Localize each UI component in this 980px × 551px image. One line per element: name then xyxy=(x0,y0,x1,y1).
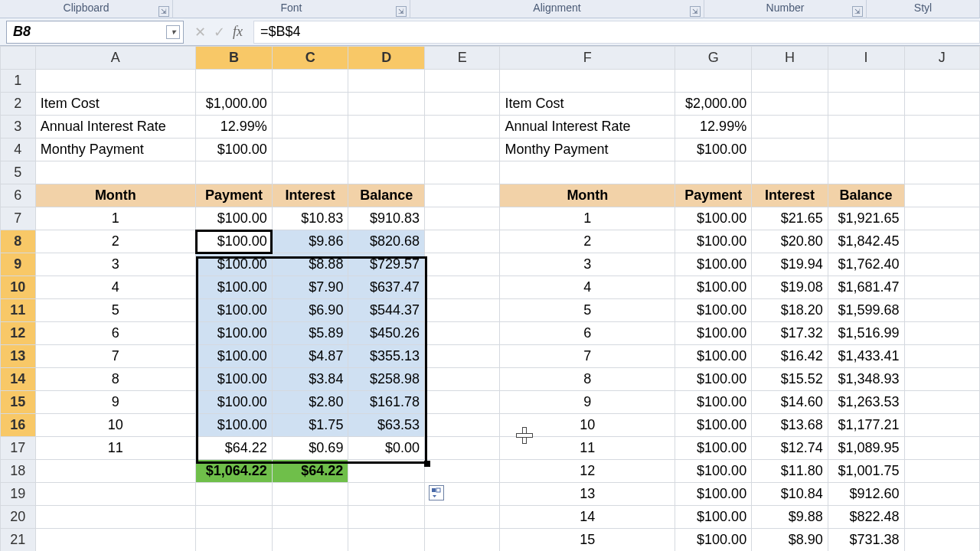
cell-J19[interactable] xyxy=(904,483,979,506)
dialog-launcher-icon[interactable]: ⇲ xyxy=(852,6,863,17)
cell-A14[interactable]: 8 xyxy=(35,368,195,391)
cell-I2[interactable] xyxy=(828,93,904,116)
cell-B4[interactable]: $100.00 xyxy=(196,139,273,161)
cell-J6[interactable] xyxy=(904,184,979,207)
row-header-8[interactable]: 8 xyxy=(1,230,36,253)
row-header-9[interactable]: 9 xyxy=(1,253,36,276)
cell-J16[interactable] xyxy=(904,414,979,437)
cell-D20[interactable] xyxy=(348,506,425,529)
cell-C9[interactable]: $8.88 xyxy=(272,253,348,276)
cell-G2[interactable]: $2,000.00 xyxy=(675,93,752,116)
cell-J12[interactable] xyxy=(904,322,979,345)
cell-A9[interactable]: 3 xyxy=(35,253,195,276)
cell-E3[interactable] xyxy=(425,116,500,139)
cell-I16[interactable]: $1,177.21 xyxy=(828,414,904,437)
cell-I12[interactable]: $1,516.99 xyxy=(828,322,904,345)
cell-D5[interactable] xyxy=(348,161,425,184)
confirm-icon[interactable]: ✓ xyxy=(214,24,225,41)
cell-H11[interactable]: $18.20 xyxy=(752,299,828,322)
cell-B18[interactable]: $1,064.22 xyxy=(196,460,273,483)
cell-G12[interactable]: $100.00 xyxy=(675,322,752,345)
cell-A17[interactable]: 11 xyxy=(35,437,195,460)
column-header-F[interactable]: F xyxy=(500,47,675,70)
cell-J20[interactable] xyxy=(904,506,979,529)
cell-D6[interactable]: Balance xyxy=(348,184,425,207)
cell-D10[interactable]: $637.47 xyxy=(348,276,425,299)
chevron-down-icon[interactable]: ▾ xyxy=(166,25,180,39)
cell-E15[interactable] xyxy=(425,391,500,414)
cell-B7[interactable]: $100.00 xyxy=(196,207,273,230)
row-header-17[interactable]: 17 xyxy=(1,437,36,460)
cell-G8[interactable]: $100.00 xyxy=(675,230,752,253)
cell-I9[interactable]: $1,762.40 xyxy=(828,253,904,276)
cell-B9[interactable]: $100.00 xyxy=(196,253,273,276)
cell-C2[interactable] xyxy=(272,93,348,116)
formula-input[interactable]: =$B$4 xyxy=(253,21,980,44)
cell-H2[interactable] xyxy=(752,93,828,116)
cell-F4[interactable]: Monthy Payment xyxy=(500,139,675,161)
cell-G15[interactable]: $100.00 xyxy=(675,391,752,414)
cell-F5[interactable] xyxy=(500,161,675,184)
cell-C14[interactable]: $3.84 xyxy=(272,368,348,391)
cell-H12[interactable]: $17.32 xyxy=(752,322,828,345)
cell-E2[interactable] xyxy=(425,93,500,116)
cell-F3[interactable]: Annual Interest Rate xyxy=(500,116,675,139)
cell-F2[interactable]: Item Cost xyxy=(500,93,675,116)
cell-D16[interactable]: $63.53 xyxy=(348,414,425,437)
cell-F14[interactable]: 8 xyxy=(500,368,675,391)
cell-G5[interactable] xyxy=(675,161,752,184)
cell-B6[interactable]: Payment xyxy=(196,184,273,207)
cell-I18[interactable]: $1,001.75 xyxy=(828,460,904,483)
name-box[interactable]: B8 ▾ xyxy=(6,21,184,44)
cell-J17[interactable] xyxy=(904,437,979,460)
cell-C4[interactable] xyxy=(272,139,348,161)
cell-A12[interactable]: 6 xyxy=(35,322,195,345)
cell-D3[interactable] xyxy=(348,116,425,139)
cell-F13[interactable]: 7 xyxy=(500,345,675,368)
cell-G20[interactable]: $100.00 xyxy=(675,506,752,529)
cell-H3[interactable] xyxy=(752,116,828,139)
cell-I14[interactable]: $1,348.93 xyxy=(828,368,904,391)
cell-B2[interactable]: $1,000.00 xyxy=(196,93,273,116)
cell-B21[interactable] xyxy=(196,529,273,552)
row-header-13[interactable]: 13 xyxy=(1,345,36,368)
cell-A3[interactable]: Annual Interest Rate xyxy=(35,116,195,139)
cell-D2[interactable] xyxy=(348,93,425,116)
cell-G21[interactable]: $100.00 xyxy=(675,529,752,552)
cell-C1[interactable] xyxy=(272,70,348,93)
cell-A18[interactable] xyxy=(35,460,195,483)
column-header-B[interactable]: B xyxy=(196,47,273,70)
row-header-16[interactable]: 16 xyxy=(1,414,36,437)
cell-I15[interactable]: $1,263.53 xyxy=(828,391,904,414)
row-header-20[interactable]: 20 xyxy=(1,506,36,529)
cell-D18[interactable] xyxy=(348,460,425,483)
worksheet[interactable]: ABCDEFGHIJ12Item Cost$1,000.00Item Cost$… xyxy=(0,46,980,551)
cell-I4[interactable] xyxy=(828,139,904,161)
row-header-18[interactable]: 18 xyxy=(1,460,36,483)
cell-D13[interactable]: $355.13 xyxy=(348,345,425,368)
column-header-E[interactable]: E xyxy=(425,47,500,70)
cell-H7[interactable]: $21.65 xyxy=(752,207,828,230)
cell-H19[interactable]: $10.84 xyxy=(752,483,828,506)
cell-B1[interactable] xyxy=(196,70,273,93)
cell-E1[interactable] xyxy=(425,70,500,93)
cell-E21[interactable] xyxy=(425,529,500,552)
cell-G14[interactable]: $100.00 xyxy=(675,368,752,391)
cell-E13[interactable] xyxy=(425,345,500,368)
cell-J14[interactable] xyxy=(904,368,979,391)
cell-E10[interactable] xyxy=(425,276,500,299)
cell-J11[interactable] xyxy=(904,299,979,322)
cell-D11[interactable]: $544.37 xyxy=(348,299,425,322)
cell-J3[interactable] xyxy=(904,116,979,139)
cell-E8[interactable] xyxy=(425,230,500,253)
cell-F15[interactable]: 9 xyxy=(500,391,675,414)
cell-H5[interactable] xyxy=(752,161,828,184)
cell-D19[interactable] xyxy=(348,483,425,506)
cell-I11[interactable]: $1,599.68 xyxy=(828,299,904,322)
cell-H13[interactable]: $16.42 xyxy=(752,345,828,368)
cell-G7[interactable]: $100.00 xyxy=(675,207,752,230)
cell-D1[interactable] xyxy=(348,70,425,93)
cell-G16[interactable]: $100.00 xyxy=(675,414,752,437)
cell-I5[interactable] xyxy=(828,161,904,184)
cell-J9[interactable] xyxy=(904,253,979,276)
